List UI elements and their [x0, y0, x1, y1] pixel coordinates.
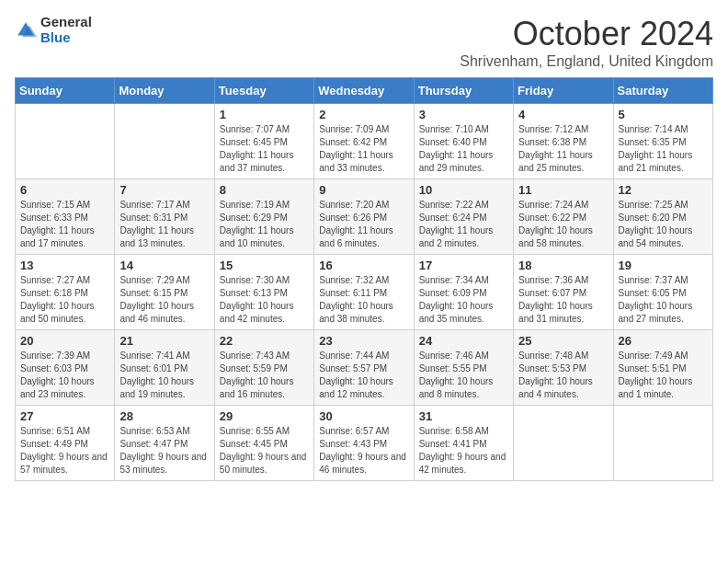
day-number: 18 [518, 259, 608, 272]
day-number: 19 [619, 259, 708, 272]
day-info: Sunrise: 7:44 AM Sunset: 5:57 PM Dayligh… [319, 350, 408, 401]
day-number: 29 [220, 409, 309, 423]
weekday-header-sunday: Sunday [16, 78, 115, 104]
month-title: October 2024 [460, 15, 713, 53]
day-info: Sunrise: 7:24 AM Sunset: 6:22 PM Dayligh… [518, 199, 608, 250]
calendar-table: SundayMondayTuesdayWednesdayThursdayFrid… [15, 77, 713, 481]
day-info: Sunrise: 7:29 AM Sunset: 6:15 PM Dayligh… [119, 274, 209, 326]
day-number: 26 [619, 334, 708, 348]
day-info: Sunrise: 6:51 AM Sunset: 4:49 PM Dayligh… [20, 425, 109, 477]
calendar-cell: 9Sunrise: 7:20 AM Sunset: 6:26 PM Daylig… [314, 179, 414, 255]
calendar-cell: 8Sunrise: 7:19 AM Sunset: 6:29 PM Daylig… [214, 179, 313, 255]
day-info: Sunrise: 7:25 AM Sunset: 6:20 PM Dayligh… [619, 199, 708, 250]
calendar-cell: 10Sunrise: 7:22 AM Sunset: 6:24 PM Dayli… [414, 179, 513, 255]
weekday-header-row: SundayMondayTuesdayWednesdayThursdayFrid… [16, 78, 713, 104]
calendar-cell: 16Sunrise: 7:32 AM Sunset: 6:11 PM Dayli… [314, 255, 414, 330]
day-number: 15 [220, 259, 309, 272]
day-info: Sunrise: 7:07 AM Sunset: 6:45 PM Dayligh… [220, 123, 309, 175]
calendar-cell: 14Sunrise: 7:29 AM Sunset: 6:15 PM Dayli… [115, 255, 214, 330]
calendar-cell: 30Sunrise: 6:57 AM Sunset: 4:43 PM Dayli… [314, 406, 414, 481]
day-info: Sunrise: 7:46 AM Sunset: 5:55 PM Dayligh… [419, 350, 508, 401]
calendar-cell: 13Sunrise: 7:27 AM Sunset: 6:18 PM Dayli… [16, 255, 115, 330]
day-info: Sunrise: 7:49 AM Sunset: 5:51 PM Dayligh… [619, 350, 708, 401]
weekday-header-saturday: Saturday [613, 78, 712, 104]
calendar-week-row: 13Sunrise: 7:27 AM Sunset: 6:18 PM Dayli… [16, 255, 713, 330]
calendar-cell: 31Sunrise: 6:58 AM Sunset: 4:41 PM Dayli… [414, 406, 513, 481]
day-info: Sunrise: 7:10 AM Sunset: 6:40 PM Dayligh… [419, 123, 508, 175]
day-info: Sunrise: 7:22 AM Sunset: 6:24 PM Dayligh… [419, 199, 508, 250]
day-number: 6 [20, 183, 109, 197]
logo: General Blue [15, 15, 92, 45]
day-number: 31 [419, 409, 508, 423]
day-number: 10 [419, 183, 508, 197]
calendar-cell: 29Sunrise: 6:55 AM Sunset: 4:45 PM Dayli… [214, 406, 313, 481]
day-info: Sunrise: 7:19 AM Sunset: 6:29 PM Dayligh… [220, 199, 309, 250]
logo-general-text: General [40, 15, 92, 30]
logo-icon [15, 19, 37, 41]
calendar-cell: 20Sunrise: 7:39 AM Sunset: 6:03 PM Dayli… [16, 330, 115, 406]
calendar-cell [16, 104, 115, 179]
day-info: Sunrise: 7:09 AM Sunset: 6:42 PM Dayligh… [319, 123, 408, 175]
location-subtitle: Shrivenham, England, United Kingdom [460, 53, 713, 70]
day-number: 17 [419, 259, 508, 272]
day-info: Sunrise: 7:48 AM Sunset: 5:53 PM Dayligh… [518, 350, 608, 401]
day-number: 8 [220, 183, 309, 197]
calendar-cell: 21Sunrise: 7:41 AM Sunset: 6:01 PM Dayli… [115, 330, 214, 406]
day-info: Sunrise: 7:15 AM Sunset: 6:33 PM Dayligh… [20, 199, 109, 250]
calendar-week-row: 1Sunrise: 7:07 AM Sunset: 6:45 PM Daylig… [16, 104, 713, 179]
weekday-header-thursday: Thursday [414, 78, 513, 104]
logo-blue-text: Blue [40, 30, 92, 46]
day-info: Sunrise: 7:27 AM Sunset: 6:18 PM Dayligh… [20, 274, 109, 326]
day-number: 23 [319, 334, 408, 348]
day-info: Sunrise: 7:36 AM Sunset: 6:07 PM Dayligh… [518, 274, 608, 326]
calendar-cell: 27Sunrise: 6:51 AM Sunset: 4:49 PM Dayli… [16, 406, 115, 481]
weekday-header-wednesday: Wednesday [314, 78, 414, 104]
day-info: Sunrise: 7:20 AM Sunset: 6:26 PM Dayligh… [319, 199, 408, 250]
day-number: 14 [119, 259, 209, 272]
day-info: Sunrise: 7:12 AM Sunset: 6:38 PM Dayligh… [518, 123, 608, 175]
day-number: 16 [319, 259, 408, 272]
calendar-cell: 17Sunrise: 7:34 AM Sunset: 6:09 PM Dayli… [414, 255, 513, 330]
calendar-cell: 18Sunrise: 7:36 AM Sunset: 6:07 PM Dayli… [514, 255, 613, 330]
weekday-header-tuesday: Tuesday [214, 78, 313, 104]
calendar-cell: 6Sunrise: 7:15 AM Sunset: 6:33 PM Daylig… [16, 179, 115, 255]
day-info: Sunrise: 7:17 AM Sunset: 6:31 PM Dayligh… [119, 199, 209, 250]
day-number: 27 [20, 409, 109, 423]
calendar-cell: 25Sunrise: 7:48 AM Sunset: 5:53 PM Dayli… [514, 330, 613, 406]
day-number: 11 [518, 183, 608, 197]
calendar-cell [613, 406, 712, 481]
calendar-week-row: 27Sunrise: 6:51 AM Sunset: 4:49 PM Dayli… [16, 406, 713, 481]
day-number: 25 [518, 334, 608, 348]
day-number: 24 [419, 334, 508, 348]
calendar-cell: 15Sunrise: 7:30 AM Sunset: 6:13 PM Dayli… [214, 255, 313, 330]
weekday-header-monday: Monday [115, 78, 214, 104]
calendar-cell [514, 406, 613, 481]
calendar-cell: 24Sunrise: 7:46 AM Sunset: 5:55 PM Dayli… [414, 330, 513, 406]
day-number: 9 [319, 183, 408, 197]
day-info: Sunrise: 7:39 AM Sunset: 6:03 PM Dayligh… [20, 350, 109, 401]
day-number: 13 [20, 259, 109, 272]
day-info: Sunrise: 7:30 AM Sunset: 6:13 PM Dayligh… [220, 274, 309, 326]
logo-text: General Blue [40, 15, 92, 45]
calendar-cell: 1Sunrise: 7:07 AM Sunset: 6:45 PM Daylig… [214, 104, 313, 179]
day-number: 5 [619, 108, 708, 121]
day-number: 1 [220, 108, 309, 121]
day-info: Sunrise: 7:32 AM Sunset: 6:11 PM Dayligh… [319, 274, 408, 326]
calendar-cell: 4Sunrise: 7:12 AM Sunset: 6:38 PM Daylig… [514, 104, 613, 179]
calendar-cell: 19Sunrise: 7:37 AM Sunset: 6:05 PM Dayli… [613, 255, 712, 330]
day-info: Sunrise: 6:57 AM Sunset: 4:43 PM Dayligh… [319, 425, 408, 477]
calendar-week-row: 20Sunrise: 7:39 AM Sunset: 6:03 PM Dayli… [16, 330, 713, 406]
calendar-cell: 3Sunrise: 7:10 AM Sunset: 6:40 PM Daylig… [414, 104, 513, 179]
day-info: Sunrise: 7:41 AM Sunset: 6:01 PM Dayligh… [119, 350, 209, 401]
day-number: 2 [319, 108, 408, 121]
day-number: 20 [20, 334, 109, 348]
day-number: 4 [518, 108, 608, 121]
header: General Blue October 2024 Shrivenham, En… [15, 15, 713, 70]
calendar-cell: 28Sunrise: 6:53 AM Sunset: 4:47 PM Dayli… [115, 406, 214, 481]
day-number: 21 [119, 334, 209, 348]
day-number: 22 [220, 334, 309, 348]
calendar-cell: 11Sunrise: 7:24 AM Sunset: 6:22 PM Dayli… [514, 179, 613, 255]
calendar-cell: 23Sunrise: 7:44 AM Sunset: 5:57 PM Dayli… [314, 330, 414, 406]
calendar-cell: 5Sunrise: 7:14 AM Sunset: 6:35 PM Daylig… [613, 104, 712, 179]
day-info: Sunrise: 7:14 AM Sunset: 6:35 PM Dayligh… [619, 123, 708, 175]
